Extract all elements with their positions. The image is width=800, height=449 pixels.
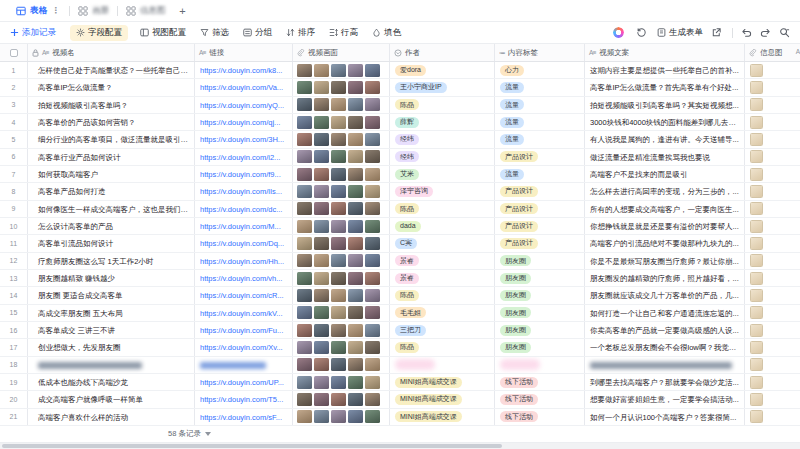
cell-tag[interactable]: 朋友圈	[495, 287, 585, 303]
cell-video-frames[interactable]	[293, 114, 390, 130]
infographic-thumbnail[interactable]	[750, 220, 763, 233]
row-number[interactable]: 6	[0, 149, 28, 165]
cell-tag[interactable]: 朋友圈	[495, 322, 585, 338]
video-frame-thumbnail[interactable]	[297, 98, 312, 111]
row-number[interactable]: 3	[0, 97, 28, 113]
cell-video-copy[interactable]: 想要做好富婆姐姐生意，一定要学会搞活动...	[585, 391, 745, 407]
tag-pill[interactable]: 朋友圈	[500, 273, 531, 284]
video-frame-thumbnail[interactable]	[314, 306, 329, 319]
cell-video-frames[interactable]	[293, 149, 390, 165]
cell-author[interactable]: 泽宇咨询	[390, 183, 495, 199]
tab-more-icon[interactable]: ⋮	[52, 6, 61, 15]
cell-author[interactable]: 经纬	[390, 149, 495, 165]
cell-video-frames[interactable]	[293, 357, 390, 373]
cell-video-copy[interactable]: 有人说我是属狗的，逢进有讲。今天送辅导...	[585, 131, 745, 147]
infographic-thumbnail[interactable]	[750, 289, 763, 302]
column-header-copy[interactable]: A≡ 视频文案	[585, 44, 745, 61]
cell-author[interactable]: 陈晶	[390, 201, 495, 217]
video-frame-thumbnail[interactable]	[348, 64, 363, 77]
row-number[interactable]: 5	[0, 131, 28, 147]
video-frame-thumbnail[interactable]	[297, 376, 312, 389]
video-frame-thumbnail[interactable]	[314, 168, 329, 181]
cell-tag[interactable]: 线下活动	[495, 391, 585, 407]
video-frame-thumbnail[interactable]	[365, 220, 380, 233]
video-frame-thumbnail[interactable]	[297, 168, 312, 181]
video-frame-thumbnail[interactable]	[314, 289, 329, 302]
cell-infographic[interactable]	[745, 62, 800, 78]
video-frame-thumbnail[interactable]	[331, 237, 346, 250]
cell-video-name[interactable]: 如何像医生一样成交高端客户，这也是我们的...	[28, 201, 195, 217]
video-frame-thumbnail[interactable]	[297, 393, 312, 406]
cell-infographic[interactable]	[745, 201, 800, 217]
video-frame-thumbnail[interactable]	[331, 168, 346, 181]
video-frame-thumbnail[interactable]	[365, 254, 380, 267]
cell-video-copy[interactable]: 你是不是最烦写朋友圈当疗愈师？最让你崩...	[585, 253, 745, 269]
author-pill[interactable]: 艾米	[395, 169, 419, 180]
select-all-checkbox[interactable]	[10, 49, 18, 57]
table-row[interactable]: 5 细分行业的高客单项目，做泛流量就是吸引不... https://v.douy…	[0, 131, 800, 148]
cell-author[interactable]: 景睿	[390, 270, 495, 286]
cell-tag[interactable]: 线下活动	[495, 409, 585, 425]
video-frame-thumbnail[interactable]	[348, 324, 363, 337]
chevron-down-icon[interactable]	[205, 432, 211, 436]
cell-video-copy[interactable]: 朋友圈发的越精致的疗愈师，照片越好看，...	[585, 270, 745, 286]
infographic-thumbnail[interactable]	[750, 185, 763, 198]
cell-video-frames[interactable]	[293, 183, 390, 199]
cell-author[interactable]: C宾	[390, 235, 495, 251]
cell-link[interactable]: https://v.douyin.com/Fu...	[195, 322, 293, 338]
cell-video-copy[interactable]	[585, 357, 745, 373]
author-pill[interactable]: 陈晶	[395, 99, 419, 110]
video-frame-thumbnail[interactable]	[365, 116, 380, 129]
cell-video-frames[interactable]	[293, 62, 390, 78]
cell-video-frames[interactable]	[293, 322, 390, 338]
video-frame-thumbnail[interactable]	[365, 393, 380, 406]
video-frame-thumbnail[interactable]	[365, 237, 380, 250]
table-row[interactable]: 19 低成本也能办线下高端沙龙 https://v.douyin.com/UP.…	[0, 374, 800, 391]
field-config-button[interactable]: 字段配置	[70, 25, 128, 41]
video-frame-thumbnail[interactable]	[314, 64, 329, 77]
filter-button[interactable]: 筛选	[200, 27, 229, 39]
row-height-button[interactable]: 行高	[329, 27, 358, 39]
cell-video-name[interactable]: 高客单行业产品如何设计	[28, 149, 195, 165]
video-frame-thumbnail[interactable]	[314, 202, 329, 215]
cell-tag[interactable]: 产品设计	[495, 235, 585, 251]
video-frame-thumbnail[interactable]	[297, 150, 312, 163]
video-frame-thumbnail[interactable]	[348, 341, 363, 354]
cell-video-name[interactable]: 朋友圈越精致 赚钱越少	[28, 270, 195, 286]
video-frame-thumbnail[interactable]	[297, 220, 312, 233]
cell-infographic[interactable]	[745, 149, 800, 165]
cell-link[interactable]: https://v.douyin.com/Va...	[195, 79, 293, 95]
cell-video-copy[interactable]: 怎么样去进行高回率的变现，分为三步的，...	[585, 183, 745, 199]
infographic-thumbnail[interactable]	[750, 168, 763, 181]
share-button[interactable]	[711, 27, 722, 38]
tag-pill[interactable]: 朋友圈	[500, 290, 531, 301]
cell-author[interactable]: 景睿	[390, 253, 495, 269]
cell-video-copy[interactable]: 朋友圈就应该成交几十万客单价的产品，几...	[585, 287, 745, 303]
video-frame-thumbnail[interactable]	[331, 393, 346, 406]
cell-video-copy[interactable]: 如何一个月认识100个高端客户？答案很简...	[585, 409, 745, 425]
row-number[interactable]: 15	[0, 305, 28, 321]
author-pill[interactable]: 爱dora	[395, 65, 426, 76]
cell-infographic[interactable]	[745, 322, 800, 338]
tag-pill[interactable]: 朋友圈	[500, 325, 531, 336]
video-frame-thumbnail[interactable]	[348, 237, 363, 250]
cell-video-frames[interactable]	[293, 235, 390, 251]
horizontal-scrollbar[interactable]	[0, 443, 800, 449]
cell-link[interactable]: https://v.douyin.com/yQ...	[195, 97, 293, 113]
video-frame-thumbnail[interactable]	[314, 410, 329, 423]
row-number[interactable]: 18	[0, 357, 28, 373]
row-number[interactable]: 10	[0, 218, 28, 234]
cell-video-name[interactable]: 怎样使自己处于高能量状态？一些托举自己的...	[28, 62, 195, 78]
cell-video-copy[interactable]: 一个老板总发朋友圈会不会很low啊？我觉得...	[585, 339, 745, 355]
cell-video-copy[interactable]: 所有的人想要成交高端客户，一定要向医生...	[585, 201, 745, 217]
infographic-thumbnail[interactable]	[750, 358, 763, 371]
cell-video-name[interactable]: 高端客户喜欢什么样的活动	[28, 409, 195, 425]
tab-gallery-view[interactable]: 画册	[70, 0, 117, 21]
video-frame-thumbnail[interactable]	[314, 150, 329, 163]
add-view-button[interactable]: +	[174, 5, 192, 17]
table-row[interactable]: 16 高客单成交 三讲三不讲 https://v.douyin.com/Fu..…	[0, 322, 800, 339]
table-row[interactable]: 10 怎么设计高客单的产品 https://v.douyin.com/M... …	[0, 218, 800, 235]
tag-pill[interactable]: 朋友圈	[500, 307, 531, 318]
infographic-thumbnail[interactable]	[750, 324, 763, 337]
video-frame-thumbnail[interactable]	[331, 272, 346, 285]
